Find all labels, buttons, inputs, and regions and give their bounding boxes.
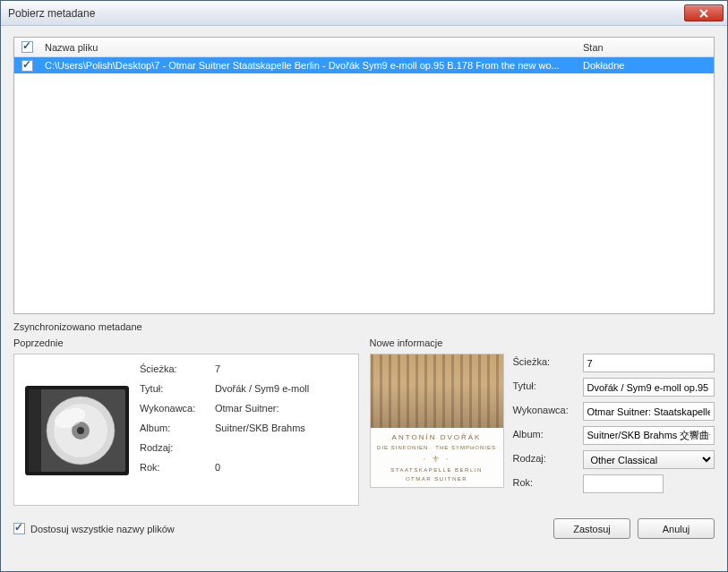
cancel-button[interactable]: Anuluj bbox=[638, 518, 715, 539]
new-track-input[interactable] bbox=[583, 354, 715, 372]
new-genre-label: Rodzaj: bbox=[513, 450, 583, 469]
close-button[interactable] bbox=[684, 4, 724, 21]
new-album-input[interactable] bbox=[583, 426, 715, 445]
prev-artist-label: Wykonawca: bbox=[140, 403, 211, 414]
titlebar: Pobierz metadane bbox=[1, 1, 727, 26]
prev-artist-value: Otmar Suitner: bbox=[215, 403, 349, 414]
new-box: ANTONÍN DVOŘÁK DIE SINFONIEN · THE SYMPH… bbox=[370, 354, 715, 493]
row-status: Dokładne bbox=[579, 60, 714, 71]
new-artist-input[interactable] bbox=[583, 402, 715, 421]
cover-line3b: OTMAR SUITNER bbox=[406, 476, 467, 482]
svg-rect-2 bbox=[29, 389, 41, 472]
adjust-checkbox[interactable] bbox=[13, 523, 25, 534]
sync-status-label: Zsynchronizowano metadane bbox=[13, 321, 715, 332]
prev-album-value: Suitner/SKB Brahms bbox=[215, 423, 349, 433]
header-filename[interactable]: Nazwa pliku bbox=[39, 42, 579, 53]
album-cover: ANTONÍN DVOŘÁK DIE SINFONIEN · THE SYMPH… bbox=[370, 354, 504, 488]
table-row[interactable]: C:\Users\Polish\Desktop\7 - Otmar Suitne… bbox=[14, 57, 714, 73]
cd-placeholder-icon bbox=[23, 379, 131, 482]
cover-art-bottom: ANTONÍN DVOŘÁK DIE SINFONIEN · THE SYMPH… bbox=[371, 428, 503, 487]
prev-year-value: 0 bbox=[215, 462, 349, 473]
adjust-label: Dostosuj wszystkie nazwy plików bbox=[30, 524, 175, 534]
previous-fields: Ścieżka: 7 Tytuł: Dvořák / Sym9 e-moll W… bbox=[140, 363, 349, 496]
prev-title-label: Tytuł: bbox=[140, 383, 211, 394]
file-list: Nazwa pliku Stan C:\Users\Polish\Desktop… bbox=[13, 37, 715, 314]
svg-point-7 bbox=[77, 427, 84, 434]
new-year-label: Rok: bbox=[513, 474, 583, 493]
prev-album-label: Album: bbox=[140, 423, 211, 433]
cover-line2: DIE SINFONIEN · THE SYMPHONIES bbox=[377, 445, 496, 450]
previous-box: Ścieżka: 7 Tytuł: Dvořák / Sym9 e-moll W… bbox=[13, 354, 359, 506]
new-fields: Ścieżka: Tytuł: Wykonawca: Album: Rodzaj… bbox=[513, 354, 715, 493]
new-album-label: Album: bbox=[513, 426, 583, 445]
footer: Dostosuj wszystkie nazwy plików Zastosuj… bbox=[13, 518, 715, 539]
apply-button[interactable]: Zastosuj bbox=[553, 518, 630, 539]
list-body: C:\Users\Polish\Desktop\7 - Otmar Suitne… bbox=[14, 57, 714, 313]
window-title: Pobierz metadane bbox=[8, 7, 684, 20]
previous-title: Poprzednie bbox=[13, 337, 359, 348]
row-checkbox-cell bbox=[14, 60, 39, 72]
header-status[interactable]: Stan bbox=[579, 42, 714, 53]
header-checkbox-cell bbox=[14, 41, 39, 53]
dialog-window: Pobierz metadane Nazwa pliku Stan C:\Use… bbox=[0, 0, 728, 572]
cover-line1: ANTONÍN DVOŘÁK bbox=[392, 433, 482, 441]
new-column: Nowe informacje ANTONÍN DVOŘÁK DIE SINFO… bbox=[370, 337, 715, 506]
new-title-label: Tytuł: bbox=[513, 378, 583, 397]
new-title: Nowe informacje bbox=[370, 337, 715, 348]
cover-ornament: · ⚜ · bbox=[423, 454, 450, 464]
prev-genre-value bbox=[215, 442, 349, 453]
new-title-input[interactable] bbox=[583, 378, 715, 397]
previous-column: Poprzednie bbox=[13, 337, 359, 506]
new-genre-select[interactable]: Other Classical bbox=[583, 450, 715, 469]
header-checkbox[interactable] bbox=[21, 41, 33, 53]
new-artist-label: Wykonawca: bbox=[513, 402, 583, 421]
cover-art-top bbox=[371, 354, 503, 428]
prev-track-label: Ścieżka: bbox=[140, 363, 211, 374]
cover-line3a: STAATSKAPELLE BERLIN bbox=[390, 467, 482, 473]
row-checkbox[interactable] bbox=[21, 60, 33, 72]
prev-genre-label: Rodzaj: bbox=[140, 442, 211, 453]
client-area: Nazwa pliku Stan C:\Users\Polish\Desktop… bbox=[1, 26, 727, 571]
prev-track-value: 7 bbox=[215, 363, 349, 374]
row-filename: C:\Users\Polish\Desktop\7 - Otmar Suitne… bbox=[39, 60, 579, 71]
list-header: Nazwa pliku Stan bbox=[14, 38, 714, 57]
prev-title-value: Dvořák / Sym9 e-moll bbox=[215, 383, 349, 394]
close-icon bbox=[698, 9, 709, 18]
prev-year-label: Rok: bbox=[140, 462, 211, 473]
adjust-filenames-option[interactable]: Dostosuj wszystkie nazwy plików bbox=[13, 523, 175, 534]
new-year-input[interactable] bbox=[583, 474, 664, 493]
compare-panel: Poprzednie bbox=[13, 337, 715, 506]
new-track-label: Ścieżka: bbox=[513, 354, 583, 372]
